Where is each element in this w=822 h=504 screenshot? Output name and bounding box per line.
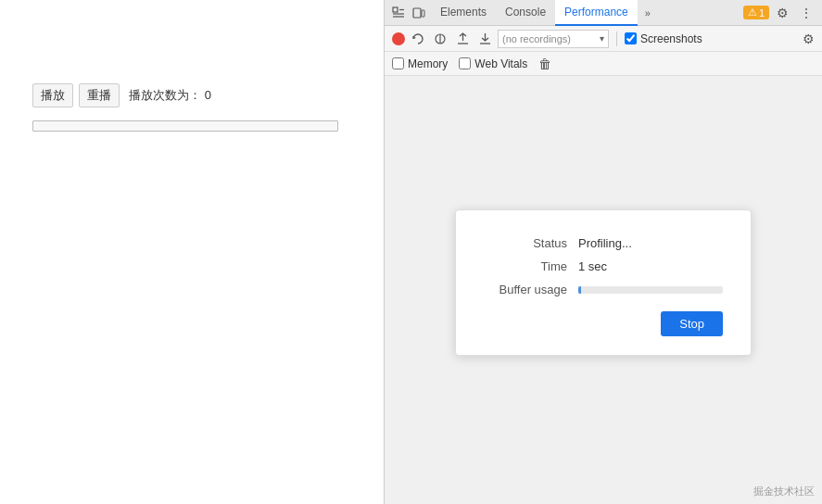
tab-elements[interactable]: Elements [431, 0, 496, 26]
status-row: Status Profiling... [484, 236, 723, 250]
svg-rect-0 [393, 7, 398, 12]
tab-console[interactable]: Console [496, 0, 555, 26]
performance-toolbar2: Memory Web Vitals 🗑 [385, 52, 822, 76]
settings-icon[interactable]: ⚙ [773, 6, 792, 20]
recordings-dropdown[interactable]: (no recordings) ▾ [498, 30, 609, 48]
performance-toolbar: (no recordings) ▾ Screenshots ⚙ [385, 26, 822, 52]
reload-record-button[interactable] [409, 30, 427, 48]
time-label: Time [484, 259, 567, 273]
stop-recording-button[interactable] [431, 30, 449, 48]
screenshots-checkbox-group[interactable]: Screenshots [625, 32, 702, 45]
dialog-actions: Stop [484, 311, 723, 336]
devtools-panel: Elements Console Performance » ⚠ 1 ⚙ ⋮ [385, 0, 822, 504]
status-value: Profiling... [578, 236, 632, 250]
svg-rect-4 [413, 8, 421, 18]
progress-bar [32, 120, 338, 132]
tab-performance[interactable]: Performance [555, 0, 638, 26]
left-panel: 播放 重播 播放次数为： 0 [0, 0, 385, 504]
time-row: Time 1 sec [484, 259, 723, 273]
play-controls: 播放 重播 播放次数为： 0 [32, 83, 351, 107]
play-button[interactable]: 播放 [32, 83, 73, 107]
warning-icon: ⚠ [748, 6, 757, 19]
upload-button[interactable] [453, 30, 472, 48]
delete-recordings-button[interactable]: 🗑 [538, 57, 551, 71]
record-button[interactable] [392, 32, 405, 45]
buffer-bar [578, 286, 723, 294]
buffer-label: Buffer usage [484, 283, 567, 296]
web-vitals-checkbox-group[interactable]: Web Vitals [459, 57, 527, 70]
buffer-bar-fill [578, 286, 581, 294]
watermark: 掘金技术社区 [753, 485, 815, 498]
inspect-icon[interactable] [390, 5, 407, 21]
stop-button[interactable]: Stop [661, 311, 723, 336]
screenshots-checkbox[interactable] [625, 32, 637, 44]
download-button[interactable] [475, 30, 494, 48]
capture-settings-icon[interactable]: ⚙ [803, 32, 815, 46]
replay-button[interactable]: 重播 [79, 83, 120, 107]
dropdown-arrow-icon: ▾ [600, 33, 604, 44]
time-value: 1 sec [578, 259, 607, 273]
devtools-main: Status Profiling... Time 1 sec Buffer us… [385, 76, 822, 504]
toolbar-divider [616, 32, 617, 46]
devtools-topbar: Elements Console Performance » ⚠ 1 ⚙ ⋮ [385, 0, 822, 26]
left-content: 播放 重播 播放次数为： 0 [0, 0, 384, 150]
more-options-icon[interactable]: ⋮ [796, 6, 816, 20]
buffer-row: Buffer usage [484, 283, 723, 296]
svg-rect-5 [422, 10, 424, 17]
devtools-tabs: Elements Console Performance [431, 0, 638, 26]
device-icon[interactable] [411, 5, 427, 21]
play-count-label: 播放次数为： 0 [129, 87, 211, 104]
web-vitals-checkbox[interactable] [459, 57, 471, 69]
status-label: Status [484, 236, 567, 250]
memory-checkbox[interactable] [392, 57, 404, 69]
memory-checkbox-group[interactable]: Memory [392, 57, 448, 70]
warning-badge[interactable]: ⚠ 1 [743, 6, 769, 19]
more-tabs-icon[interactable]: » [641, 7, 654, 19]
profiling-dialog: Status Profiling... Time 1 sec Buffer us… [455, 209, 752, 356]
